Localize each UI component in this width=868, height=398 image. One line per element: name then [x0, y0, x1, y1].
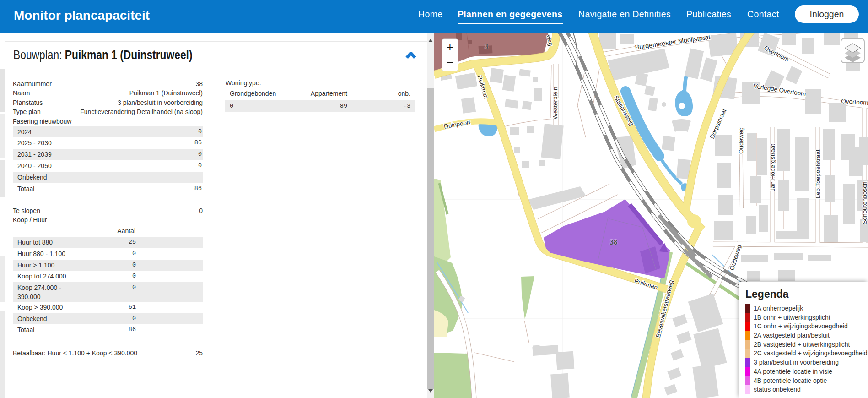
- svg-text:3: 3: [485, 43, 488, 50]
- svg-text:−: −: [447, 56, 454, 70]
- svg-text:+: +: [447, 40, 454, 54]
- svg-text:Jan Hobergstraat: Jan Hobergstraat: [769, 144, 776, 191]
- svg-text:Westerplein: Westerplein: [552, 87, 559, 119]
- svg-text:Schoutenbosch: Schoutenbosch: [861, 181, 868, 224]
- svg-text:Oudeweg: Oudeweg: [738, 127, 744, 154]
- svg-text:38: 38: [610, 238, 617, 246]
- svg-text:Leo Toepoelstraat: Leo Toepoelstraat: [814, 149, 821, 198]
